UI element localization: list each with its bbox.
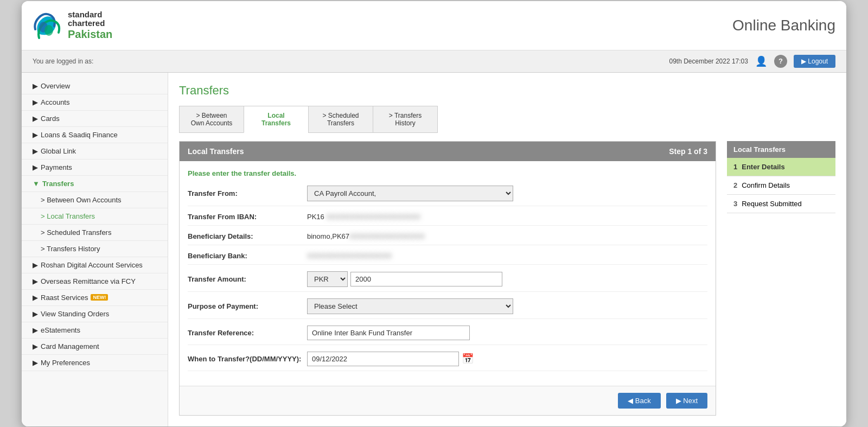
online-banking-title: Online Banking <box>732 17 835 34</box>
sidebar: ▶ Overview ▶ Accounts ▶ Cards ▶ Loans & … <box>22 73 168 426</box>
steps-header: Local Transfers <box>727 141 835 158</box>
beneficiary-bank-label: Beneficiary Bank: <box>188 252 307 260</box>
back-button[interactable]: ◀ Back <box>618 393 661 409</box>
arrow-icon: ▶ <box>33 342 38 350</box>
step-2: 2 Confirm Details <box>727 176 835 195</box>
next-button[interactable]: ▶ Next <box>666 393 707 409</box>
sidebar-item-card-management[interactable]: ▶ Card Management <box>22 339 168 355</box>
date-input[interactable] <box>307 352 459 366</box>
sidebar-item-estatements[interactable]: ▶ eStatements <box>22 322 168 339</box>
help-icon[interactable]: ? <box>774 55 787 68</box>
sidebar-item-overseas-remittance[interactable]: ▶ Overseas Remittance via FCY <box>22 273 168 290</box>
sidebar-item-payments[interactable]: ▶ Payments <box>22 160 168 176</box>
country-name: Pakistan <box>68 28 112 41</box>
arrow-icon: ▼ <box>33 180 40 188</box>
arrow-icon: ▶ <box>33 131 38 139</box>
amount-input[interactable] <box>350 272 502 286</box>
transfer-from-control[interactable]: CA Payroll Account, <box>307 186 707 201</box>
transfer-amount-label: Transfer Amount: <box>188 275 307 283</box>
sidebar-item-local-transfers[interactable]: > Local Transfers <box>22 208 168 225</box>
sidebar-item-transfers-history[interactable]: > Transfers History <box>22 241 168 257</box>
sidebar-item-raast-services[interactable]: ▶ Raast Services NEW! <box>22 290 168 306</box>
steps-panel: Local Transfers 1 Enter Details 2 Confir… <box>727 141 835 213</box>
arrow-icon: ▶ <box>33 310 38 318</box>
transfer-from-iban-label: Transfer From IBAN: <box>188 213 307 221</box>
sidebar-item-roshan-digital[interactable]: ▶ Roshan Digital Account Services <box>22 257 168 273</box>
transfer-from-select[interactable]: CA Payroll Account, <box>307 186 513 201</box>
currency-select[interactable]: PKR USD GBP EUR <box>307 271 348 287</box>
tab-transfers-history[interactable]: > TransfersHistory <box>373 106 438 133</box>
arrow-icon: ▶ <box>33 98 38 106</box>
sidebar-item-my-preferences[interactable]: ▶ My Preferences <box>22 355 168 371</box>
beneficiary-details-value: binomo,PK67XXXXXXXXXXXXXXXX <box>307 232 425 240</box>
form-instruction: Please enter the transfer details. <box>188 169 707 177</box>
sidebar-item-accounts[interactable]: ▶ Accounts <box>22 94 168 111</box>
sidebar-item-scheduled-transfers[interactable]: > Scheduled Transfers <box>22 225 168 241</box>
arrow-icon: ▶ <box>33 147 38 155</box>
sidebar-item-overview[interactable]: ▶ Overview <box>22 78 168 94</box>
new-badge: NEW! <box>91 294 108 301</box>
transfer-from-iban-value: PK16 XXXXXXXXXXXXXXXXXXXX <box>307 213 420 221</box>
arrow-icon: ▶ <box>33 114 38 123</box>
logo-area: standard chartered Pakistan <box>33 7 112 44</box>
tab-local-transfers[interactable]: LocalTransfers <box>244 106 309 133</box>
datetime: 09th December 2022 17:03 <box>669 58 748 65</box>
transfer-reference-label: Transfer Reference: <box>188 329 307 337</box>
sidebar-item-transfers[interactable]: ▼ Transfers <box>22 176 168 192</box>
step-3: 3 Request Submitted <box>727 195 835 213</box>
arrow-icon: ▶ <box>33 294 38 302</box>
svg-point-1 <box>44 25 53 36</box>
purpose-label: Purpose of Payment: <box>188 302 307 310</box>
beneficiary-details-label: Beneficiary Details: <box>188 232 307 240</box>
transfer-from-label: Transfer From: <box>188 189 307 197</box>
purpose-select[interactable]: Please Select <box>307 298 513 314</box>
sidebar-item-global-link[interactable]: ▶ Global Link <box>22 143 168 160</box>
arrow-icon: ▶ <box>33 261 38 269</box>
arrow-icon: ▶ <box>33 82 38 90</box>
sidebar-item-standing-orders[interactable]: ▶ View Standing Orders <box>22 306 168 322</box>
sidebar-item-loans[interactable]: ▶ Loans & Saadiq Finance <box>22 127 168 143</box>
arrow-icon: ▶ <box>33 359 38 367</box>
arrow-icon: ▶ <box>33 163 38 171</box>
calendar-icon[interactable]: 📅 <box>462 353 474 365</box>
profile-icon[interactable]: 👤 <box>755 55 768 68</box>
arrow-icon: ▶ <box>33 277 38 285</box>
logout-button[interactable]: ▶ Logout <box>794 55 835 68</box>
sidebar-item-cards[interactable]: ▶ Cards <box>22 111 168 127</box>
logged-in-label: You are logged in as: <box>33 58 93 65</box>
page-title: Transfers <box>179 84 835 98</box>
tabs: > BetweenOwn Accounts LocalTransfers > S… <box>179 106 835 133</box>
step-label: Step 1 of 3 <box>669 147 707 156</box>
beneficiary-bank-value: XXXXXXXXXXXXXXXXXX <box>307 252 392 260</box>
arrow-icon: ▶ <box>33 326 38 334</box>
sidebar-item-between-own[interactable]: > Between Own Accounts <box>22 192 168 208</box>
tab-between-own[interactable]: > BetweenOwn Accounts <box>179 106 244 133</box>
when-to-transfer-label: When to Transfer?(DD/MM/YYYY): <box>188 355 307 363</box>
tab-scheduled-transfers[interactable]: > ScheduledTransfers <box>308 106 373 133</box>
form-header-label: Local Transfers <box>188 147 244 156</box>
transfer-reference-input[interactable] <box>307 326 470 340</box>
step-1: 1 Enter Details <box>727 158 835 176</box>
brand-name: standard chartered <box>68 10 112 28</box>
